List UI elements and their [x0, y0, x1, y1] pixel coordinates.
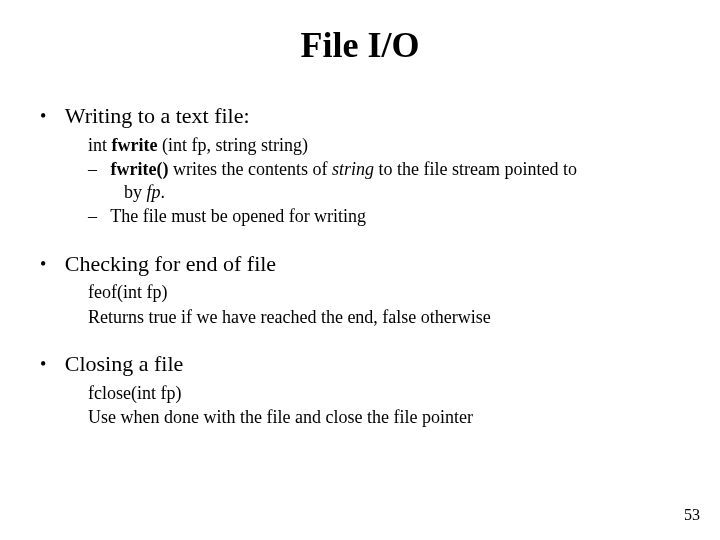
- dash-continuation: by fp.: [106, 181, 684, 204]
- bullet-sub: fclose(int fp) Use when done with the fi…: [60, 382, 684, 429]
- dash-ital: fp: [147, 182, 161, 202]
- bullet-sub: feof(int fp) Returns true if we have rea…: [60, 281, 684, 328]
- page-number: 53: [684, 506, 700, 524]
- bullet-head: Writing to a text file:: [65, 103, 250, 128]
- slide-title: File I/O: [36, 24, 684, 66]
- dash-text: .: [161, 182, 166, 202]
- sig-pre: int: [88, 135, 112, 155]
- sig-bold: fwrite: [112, 135, 162, 155]
- slide: File I/O Writing to a text file: int fwr…: [0, 0, 720, 540]
- dash-item: The file must be opened for writing: [106, 205, 684, 228]
- signature-line: fclose(int fp): [88, 382, 684, 405]
- dash-text: to the file stream pointed to: [374, 159, 577, 179]
- dash-ital: string: [332, 159, 374, 179]
- bullet-feof: Checking for end of file feof(int fp) Re…: [60, 250, 684, 329]
- signature-line: feof(int fp): [88, 281, 684, 304]
- bullet-head: Checking for end of file: [65, 251, 276, 276]
- bullet-head: Closing a file: [65, 351, 184, 376]
- dash-list: fwrite() writes the contents of string t…: [88, 158, 684, 228]
- dash-item: fwrite() writes the contents of string t…: [106, 158, 684, 203]
- desc-line: Returns true if we have reached the end,…: [88, 306, 684, 329]
- dash-bold: fwrite(): [111, 159, 169, 179]
- slide-content: Writing to a text file: int fwrite (int …: [36, 102, 684, 429]
- bullet-sub: int fwrite (int fp, string string) fwrit…: [60, 134, 684, 228]
- dash-text: The file must be opened for writing: [110, 206, 366, 226]
- dash-text: by: [124, 182, 147, 202]
- signature-line: int fwrite (int fp, string string): [88, 134, 684, 157]
- dash-text: writes the contents of: [168, 159, 331, 179]
- bullet-fclose: Closing a file fclose(int fp) Use when d…: [60, 350, 684, 429]
- bullet-writing: Writing to a text file: int fwrite (int …: [60, 102, 684, 228]
- sig-post: (int fp, string string): [162, 135, 308, 155]
- bullet-list: Writing to a text file: int fwrite (int …: [36, 102, 684, 429]
- desc-line: Use when done with the file and close th…: [88, 406, 684, 429]
